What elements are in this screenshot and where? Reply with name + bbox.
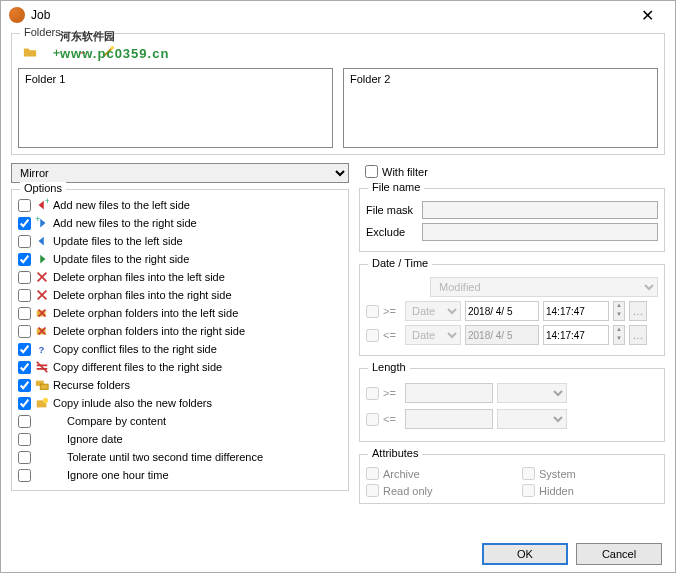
option-row: Compare by content: [18, 412, 342, 430]
folders-label: Folders: [20, 26, 65, 38]
filemask-label: File mask: [366, 204, 418, 216]
attr-archive-checkbox[interactable]: [366, 467, 379, 480]
date-ge-browse[interactable]: …: [629, 301, 647, 321]
mode-select[interactable]: Mirror: [11, 163, 349, 183]
len-le-label: <=: [383, 413, 401, 425]
option-checkbox[interactable]: [18, 433, 31, 446]
folder2-box[interactable]: Folder 2: [343, 68, 658, 148]
option-label: Copy conflict files to the right side: [53, 343, 217, 355]
folder1-box[interactable]: Folder 1: [18, 68, 333, 148]
with-filter-checkbox[interactable]: [365, 165, 378, 178]
option-row: ?Copy conflict files to the right side: [18, 340, 342, 358]
date-le-spinner[interactable]: ▲▼: [613, 325, 625, 345]
option-checkbox[interactable]: [18, 199, 31, 212]
add-icon[interactable]: ＋: [46, 42, 66, 62]
recurse-icon: [35, 378, 49, 392]
option-checkbox[interactable]: [18, 217, 31, 230]
filemask-input[interactable]: [422, 201, 658, 219]
remove-icon[interactable]: －: [72, 42, 92, 62]
attr-system-label: System: [539, 468, 576, 480]
attr-hidden-label: Hidden: [539, 485, 574, 497]
option-checkbox[interactable]: [18, 289, 31, 302]
date-le-checkbox[interactable]: [366, 329, 379, 342]
len-le-checkbox[interactable]: [366, 413, 379, 426]
attr-hidden-checkbox[interactable]: [522, 484, 535, 497]
len-le-unit[interactable]: [497, 409, 567, 429]
option-checkbox[interactable]: [18, 361, 31, 374]
option-checkbox[interactable]: [18, 253, 31, 266]
date-ge-spinner[interactable]: ▲▼: [613, 301, 625, 321]
add-left-icon: +: [35, 198, 49, 212]
option-row: +Add new files to the right side: [18, 214, 342, 232]
attr-readonly-label: Read only: [383, 485, 433, 497]
len-ge-input[interactable]: [405, 383, 493, 403]
date-ge-time[interactable]: [543, 301, 609, 321]
option-checkbox[interactable]: [18, 415, 31, 428]
date-ge-date[interactable]: [465, 301, 539, 321]
option-row: Ignore one hour time: [18, 466, 342, 484]
wand-icon[interactable]: [98, 42, 118, 62]
folder-open-icon[interactable]: [20, 42, 40, 62]
option-row: Update files to the left side: [18, 232, 342, 250]
blank-icon: [35, 450, 49, 464]
len-le-input[interactable]: [405, 409, 493, 429]
blank-icon: [35, 414, 49, 428]
option-checkbox[interactable]: [18, 235, 31, 248]
option-checkbox[interactable]: [18, 469, 31, 482]
with-filter-label: With filter: [382, 166, 428, 178]
date-le-browse[interactable]: …: [629, 325, 647, 345]
option-checkbox[interactable]: [18, 343, 31, 356]
option-label: Copy different files to the right side: [53, 361, 222, 373]
option-label: Delete orphan folders into the left side: [53, 307, 238, 319]
option-checkbox[interactable]: [18, 271, 31, 284]
exclude-input[interactable]: [422, 223, 658, 241]
exclude-label: Exclude: [366, 226, 418, 238]
option-label: Update files to the right side: [53, 253, 189, 265]
close-icon[interactable]: ✕: [627, 1, 667, 29]
le-label: <=: [383, 329, 401, 341]
newfold-icon: [35, 396, 49, 410]
option-label: Update files to the left side: [53, 235, 183, 247]
option-checkbox[interactable]: [18, 325, 31, 338]
folder1-label: Folder 1: [25, 73, 65, 85]
option-checkbox[interactable]: [18, 451, 31, 464]
del-file-r-icon: [35, 288, 49, 302]
del-fold-r-icon: [35, 324, 49, 338]
datetime-kind-select[interactable]: Modified: [430, 277, 658, 297]
date-le-type-select[interactable]: Date: [405, 325, 461, 345]
len-ge-checkbox[interactable]: [366, 387, 379, 400]
del-fold-l-icon: [35, 306, 49, 320]
upd-left-icon: [35, 234, 49, 248]
option-checkbox[interactable]: [18, 379, 31, 392]
option-row: Delete orphan folders into the right sid…: [18, 322, 342, 340]
date-le-date[interactable]: [465, 325, 539, 345]
length-label: Length: [368, 361, 410, 373]
app-icon: [9, 7, 25, 23]
option-checkbox[interactable]: [18, 307, 31, 320]
len-ge-unit[interactable]: [497, 383, 567, 403]
svg-rect-7: [40, 384, 48, 389]
titlebar: Job ✕: [1, 1, 675, 29]
option-label: Tolerate until two second time differenc…: [67, 451, 263, 463]
option-row: Recurse folders: [18, 376, 342, 394]
cancel-button[interactable]: Cancel: [576, 543, 662, 565]
date-le-time[interactable]: [543, 325, 609, 345]
ok-button[interactable]: OK: [482, 543, 568, 565]
option-label: Ignore one hour time: [67, 469, 169, 481]
svg-text:+: +: [45, 198, 49, 206]
option-row: Update files to the right side: [18, 250, 342, 268]
option-row: Delete orphan files into the right side: [18, 286, 342, 304]
option-label: Delete orphan files into the right side: [53, 289, 232, 301]
attr-system-checkbox[interactable]: [522, 467, 535, 480]
date-ge-checkbox[interactable]: [366, 305, 379, 318]
option-label: Add new files to the right side: [53, 217, 197, 229]
option-row: Copy different files to the right side: [18, 358, 342, 376]
datetime-group: Date / Time Modified >= Date ▲▼ …: [359, 264, 665, 356]
option-row: Copy inlude also the new folders: [18, 394, 342, 412]
option-checkbox[interactable]: [18, 397, 31, 410]
diff-icon: [35, 360, 49, 374]
upd-right-icon: [35, 252, 49, 266]
attr-readonly-checkbox[interactable]: [366, 484, 379, 497]
ge-label: >=: [383, 305, 401, 317]
date-ge-type-select[interactable]: Date: [405, 301, 461, 321]
